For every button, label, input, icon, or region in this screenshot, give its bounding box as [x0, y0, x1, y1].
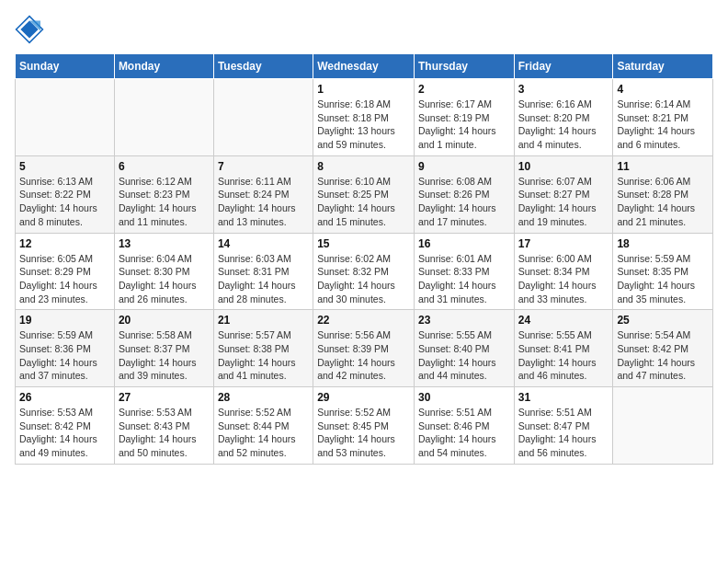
calendar-cell: [613, 387, 713, 465]
calendar-week-2: 5Sunrise: 6:13 AM Sunset: 8:22 PM Daylig…: [16, 155, 713, 233]
day-header-saturday: Saturday: [613, 54, 713, 79]
calendar-week-3: 12Sunrise: 6:05 AM Sunset: 8:29 PM Dayli…: [16, 233, 713, 310]
day-number: 27: [119, 391, 210, 404]
day-info: Sunrise: 6:00 AM Sunset: 8:34 PM Dayligh…: [518, 252, 609, 306]
day-number: 16: [418, 237, 510, 250]
day-number: 31: [518, 391, 609, 404]
day-info: Sunrise: 5:53 AM Sunset: 8:43 PM Dayligh…: [119, 406, 210, 460]
calendar-cell: 28Sunrise: 5:52 AM Sunset: 8:44 PM Dayli…: [213, 387, 313, 465]
day-number: 15: [317, 237, 410, 250]
calendar-cell: 7Sunrise: 6:11 AM Sunset: 8:24 PM Daylig…: [213, 155, 313, 233]
calendar-cell: 3Sunrise: 6:16 AM Sunset: 8:20 PM Daylig…: [514, 79, 613, 156]
calendar-cell: 25Sunrise: 5:54 AM Sunset: 8:42 PM Dayli…: [613, 310, 713, 387]
day-number: 20: [119, 314, 210, 327]
calendar-cell: 13Sunrise: 6:04 AM Sunset: 8:30 PM Dayli…: [114, 233, 213, 310]
day-number: 9: [418, 160, 510, 173]
day-number: 21: [218, 314, 309, 327]
calendar-cell: [213, 79, 313, 156]
day-number: 26: [19, 391, 110, 404]
calendar-cell: [16, 79, 115, 156]
logo-icon: [15, 15, 44, 44]
day-header-wednesday: Wednesday: [313, 54, 415, 79]
calendar-cell: 10Sunrise: 6:07 AM Sunset: 8:27 PM Dayli…: [514, 155, 613, 233]
day-info: Sunrise: 6:06 AM Sunset: 8:28 PM Dayligh…: [617, 175, 709, 229]
day-number: 29: [317, 391, 410, 404]
day-info: Sunrise: 6:04 AM Sunset: 8:30 PM Dayligh…: [119, 252, 210, 306]
calendar-cell: 30Sunrise: 5:51 AM Sunset: 8:46 PM Dayli…: [414, 387, 514, 465]
day-number: 23: [418, 314, 510, 327]
calendar-body: 1Sunrise: 6:18 AM Sunset: 8:18 PM Daylig…: [16, 79, 713, 465]
day-info: Sunrise: 5:53 AM Sunset: 8:42 PM Dayligh…: [19, 406, 110, 460]
calendar-cell: 16Sunrise: 6:01 AM Sunset: 8:33 PM Dayli…: [414, 233, 514, 310]
day-number: 28: [218, 391, 309, 404]
calendar-cell: 14Sunrise: 6:03 AM Sunset: 8:31 PM Dayli…: [213, 233, 313, 310]
day-info: Sunrise: 6:11 AM Sunset: 8:24 PM Dayligh…: [218, 175, 309, 229]
calendar-table: SundayMondayTuesdayWednesdayThursdayFrid…: [15, 53, 713, 465]
day-number: 8: [317, 160, 410, 173]
calendar-cell: 19Sunrise: 5:59 AM Sunset: 8:36 PM Dayli…: [16, 310, 115, 387]
calendar-cell: 23Sunrise: 5:55 AM Sunset: 8:40 PM Dayli…: [414, 310, 514, 387]
calendar-cell: 11Sunrise: 6:06 AM Sunset: 8:28 PM Dayli…: [613, 155, 713, 233]
day-info: Sunrise: 6:05 AM Sunset: 8:29 PM Dayligh…: [19, 252, 110, 306]
day-info: Sunrise: 6:12 AM Sunset: 8:23 PM Dayligh…: [119, 175, 210, 229]
calendar-cell: 20Sunrise: 5:58 AM Sunset: 8:37 PM Dayli…: [114, 310, 213, 387]
day-number: 17: [518, 237, 609, 250]
day-header-thursday: Thursday: [414, 54, 514, 79]
calendar-cell: 6Sunrise: 6:12 AM Sunset: 8:23 PM Daylig…: [114, 155, 213, 233]
calendar-cell: [114, 79, 213, 156]
calendar-cell: 2Sunrise: 6:17 AM Sunset: 8:19 PM Daylig…: [414, 79, 514, 156]
day-info: Sunrise: 6:08 AM Sunset: 8:26 PM Dayligh…: [418, 175, 510, 229]
day-number: 14: [218, 237, 309, 250]
day-info: Sunrise: 6:07 AM Sunset: 8:27 PM Dayligh…: [518, 175, 609, 229]
day-info: Sunrise: 5:54 AM Sunset: 8:42 PM Dayligh…: [617, 328, 709, 383]
calendar-week-1: 1Sunrise: 6:18 AM Sunset: 8:18 PM Daylig…: [16, 79, 713, 156]
day-info: Sunrise: 6:03 AM Sunset: 8:31 PM Dayligh…: [218, 252, 309, 306]
calendar-cell: 26Sunrise: 5:53 AM Sunset: 8:42 PM Dayli…: [16, 387, 115, 465]
day-number: 1: [317, 83, 410, 96]
calendar-cell: 31Sunrise: 5:51 AM Sunset: 8:47 PM Dayli…: [514, 387, 613, 465]
page-header: [15, 15, 713, 44]
day-number: 12: [19, 237, 110, 250]
day-number: 22: [317, 314, 410, 327]
day-number: 11: [617, 160, 709, 173]
day-info: Sunrise: 6:18 AM Sunset: 8:18 PM Dayligh…: [317, 98, 410, 152]
day-header-sunday: Sunday: [16, 54, 115, 79]
day-info: Sunrise: 5:56 AM Sunset: 8:39 PM Dayligh…: [317, 328, 410, 383]
day-info: Sunrise: 6:10 AM Sunset: 8:25 PM Dayligh…: [317, 175, 410, 229]
day-number: 6: [119, 160, 210, 173]
calendar-week-5: 26Sunrise: 5:53 AM Sunset: 8:42 PM Dayli…: [16, 387, 713, 465]
day-number: 19: [19, 314, 110, 327]
day-number: 5: [19, 160, 110, 173]
calendar-cell: 22Sunrise: 5:56 AM Sunset: 8:39 PM Dayli…: [313, 310, 415, 387]
day-info: Sunrise: 5:58 AM Sunset: 8:37 PM Dayligh…: [119, 328, 210, 383]
calendar-cell: 18Sunrise: 5:59 AM Sunset: 8:35 PM Dayli…: [613, 233, 713, 310]
day-header-friday: Friday: [514, 54, 613, 79]
day-info: Sunrise: 5:51 AM Sunset: 8:47 PM Dayligh…: [518, 406, 609, 460]
day-number: 3: [518, 83, 609, 96]
day-info: Sunrise: 5:55 AM Sunset: 8:40 PM Dayligh…: [418, 328, 510, 383]
day-number: 18: [617, 237, 709, 250]
day-info: Sunrise: 6:16 AM Sunset: 8:20 PM Dayligh…: [518, 98, 609, 152]
day-number: 13: [119, 237, 210, 250]
day-header-monday: Monday: [114, 54, 213, 79]
day-info: Sunrise: 5:57 AM Sunset: 8:38 PM Dayligh…: [218, 328, 309, 383]
logo: [15, 15, 48, 44]
calendar-cell: 21Sunrise: 5:57 AM Sunset: 8:38 PM Dayli…: [213, 310, 313, 387]
calendar-cell: 1Sunrise: 6:18 AM Sunset: 8:18 PM Daylig…: [313, 79, 415, 156]
day-number: 2: [418, 83, 510, 96]
day-info: Sunrise: 6:01 AM Sunset: 8:33 PM Dayligh…: [418, 252, 510, 306]
day-number: 4: [617, 83, 709, 96]
calendar-cell: 29Sunrise: 5:52 AM Sunset: 8:45 PM Dayli…: [313, 387, 415, 465]
day-number: 30: [418, 391, 510, 404]
day-info: Sunrise: 5:52 AM Sunset: 8:44 PM Dayligh…: [218, 406, 309, 460]
day-info: Sunrise: 5:52 AM Sunset: 8:45 PM Dayligh…: [317, 406, 410, 460]
day-info: Sunrise: 5:51 AM Sunset: 8:46 PM Dayligh…: [418, 406, 510, 460]
calendar-cell: 4Sunrise: 6:14 AM Sunset: 8:21 PM Daylig…: [613, 79, 713, 156]
day-number: 7: [218, 160, 309, 173]
day-number: 10: [518, 160, 609, 173]
calendar-cell: 27Sunrise: 5:53 AM Sunset: 8:43 PM Dayli…: [114, 387, 213, 465]
calendar-week-4: 19Sunrise: 5:59 AM Sunset: 8:36 PM Dayli…: [16, 310, 713, 387]
calendar-header: SundayMondayTuesdayWednesdayThursdayFrid…: [16, 54, 713, 79]
day-number: 25: [617, 314, 709, 327]
day-number: 24: [518, 314, 609, 327]
